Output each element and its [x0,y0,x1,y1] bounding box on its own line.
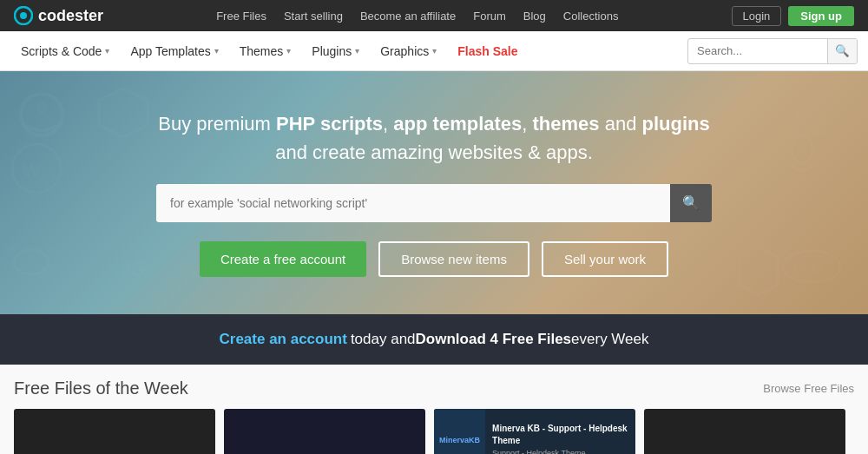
logo-text: codester [38,7,103,25]
free-file-card[interactable]: MinervaKB Minerva KB - Support - Helpdes… [434,409,635,454]
svg-rect-10 [115,241,160,286]
android-icon [9,245,54,297]
svg-line-13 [10,247,16,252]
top-nav-actions: Login Sign up [732,6,854,26]
svg-point-2 [21,94,62,135]
free-files-title: Free Files of the Week [14,378,188,398]
browse-free-files-link[interactable]: Browse Free Files [763,382,854,395]
search-icon: 🔍 [835,44,850,57]
java-icon [779,132,825,188]
nav-flash-sale[interactable]: Flash Sale [447,31,528,71]
php-icon: php [781,249,842,284]
nav-scripts-code[interactable]: Scripts & Code ▾ [10,31,120,71]
chevron-down-icon: ▾ [355,46,359,56]
free-file-card[interactable]: Affiliate Boss Price Comparison Script [14,409,215,454]
svg-point-3 [36,102,48,114]
nav-become-affiliate[interactable]: Become an affiliate [360,10,456,23]
hero-search-input[interactable] [156,184,670,222]
nav-collections[interactable]: Collections [563,10,619,23]
nav-free-files[interactable]: Free Files [216,10,266,23]
svg-text:5: 5 [794,106,805,128]
free-file-card[interactable] [644,409,845,454]
banner-download-text: Download 4 Free Files [416,331,572,348]
create-account-button[interactable]: Create a free account [200,241,366,277]
nav-themes[interactable]: Themes ▾ [229,31,302,71]
svg-point-12 [14,250,49,274]
chevron-down-icon: ▾ [214,46,219,56]
svg-text:php: php [793,260,822,277]
svg-point-9 [792,135,812,163]
svg-point-1 [20,12,27,19]
search-button[interactable]: 🔍 [827,38,857,64]
card-logo: MinervaKB [434,409,485,454]
magento-icon [736,245,781,297]
nav-graphics[interactable]: Graphics ▾ [370,31,447,71]
nav-forum[interactable]: Forum [473,10,506,23]
hero-section: 5 W JS php Buy premium PHP scripts, app … [0,71,868,314]
promo-banner: Create an account today and Download 4 F… [0,314,868,365]
wordpress-icon: W [9,141,64,196]
nav-plugins[interactable]: Plugins ▾ [301,31,370,71]
svg-text:JS: JS [120,257,145,280]
free-files-section: Free Files of the Week Browse Free Files… [0,365,868,454]
svg-marker-18 [740,247,778,295]
nav-start-selling[interactable]: Start selling [284,10,343,23]
svg-rect-15 [14,262,49,286]
svg-point-16 [783,251,840,282]
logo-icon [14,6,33,25]
svg-marker-4 [99,89,148,137]
banner-text-1: today and [351,331,416,348]
secondary-navigation: Scripts & Code ▾ App Templates ▾ Themes … [0,31,868,71]
js-icon: JS [113,240,161,288]
html5-icon: 5 [785,89,833,137]
hero-action-buttons: Create a free account Browse new items S… [200,241,668,277]
svg-point-7 [12,144,61,193]
chevron-down-icon: ▾ [432,46,437,56]
nav-blog[interactable]: Blog [523,10,546,23]
svg-marker-5 [108,99,139,130]
chevron-down-icon: ▾ [286,46,291,56]
nav-app-templates[interactable]: App Templates ▾ [120,31,228,71]
browse-new-items-button[interactable]: Browse new items [378,241,529,277]
hero-search-box: 🔍 [156,184,712,222]
unity-icon [95,85,151,141]
hero-title: Buy premium PHP scripts, app templates, … [148,109,720,167]
banner-create-account-link[interactable]: Create an account [219,331,346,348]
logo[interactable]: codester [14,6,103,25]
svg-line-14 [47,247,52,252]
apple-icon [87,149,132,201]
top-nav-links: Free Files Start selling Become an affil… [216,10,618,23]
top-navigation: codester Free Files Start selling Become… [0,0,868,31]
drupal-icon [16,89,68,141]
login-button[interactable]: Login [732,6,782,26]
search-box: 🔍 [687,38,858,64]
sell-your-work-button[interactable]: Sell your work [542,241,668,277]
search-icon: 🔍 [682,195,700,210]
svg-marker-19 [759,257,769,286]
search-input[interactable] [688,44,827,57]
hero-search-button[interactable]: 🔍 [670,184,712,222]
signup-button[interactable]: Sign up [788,6,854,26]
svg-text:W: W [23,160,41,181]
free-files-cards: Affiliate Boss Price Comparison Script M… [14,409,854,454]
card-text: Minerva KB - Support - Helpdesk Theme Su… [485,409,635,454]
banner-text-2: every Week [571,331,648,348]
card-title: Minerva KB - Support - Helpdesk Theme [492,423,628,447]
chevron-down-icon: ▾ [105,46,109,56]
card-subtitle: Support - Helpdesk Theme [492,449,628,454]
free-file-card[interactable] [224,409,425,454]
free-files-header: Free Files of the Week Browse Free Files [14,378,854,398]
